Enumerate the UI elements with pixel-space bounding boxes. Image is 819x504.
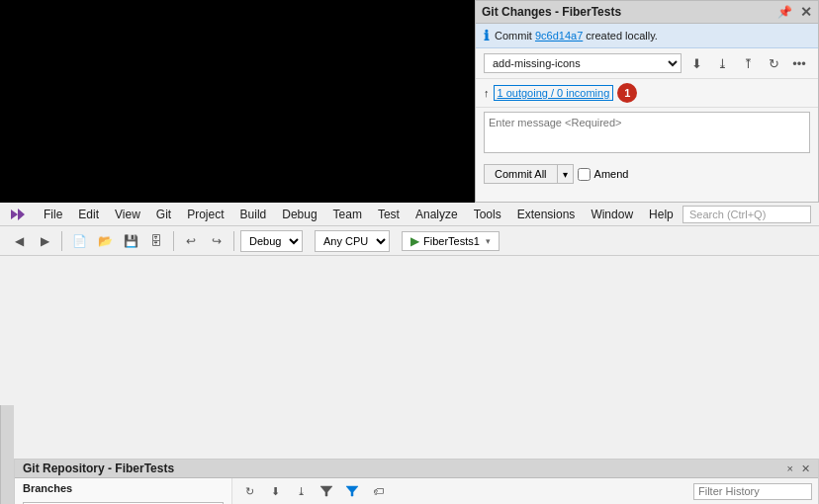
menu-build[interactable]: Build [232, 206, 275, 223]
repo-toolbar: ↻ ⬇ ⤓ 🏷 🔍 [232, 478, 818, 504]
repo-sidebar: Branches 🔍 ▼ ⬡ FiberTests (add-missin...… [15, 478, 232, 504]
menu-analyze[interactable]: Analyze [408, 206, 466, 223]
info-icon: ℹ [484, 28, 489, 43]
info-text: Commit 9c6d14a7 created locally. [495, 30, 658, 42]
git-changes-panel: Git Changes - FiberTests 📌 ✕ ℹ Commit 9c… [475, 0, 819, 203]
menu-debug[interactable]: Debug [274, 206, 324, 223]
repo-content: Branches 🔍 ▼ ⬡ FiberTests (add-missin...… [15, 478, 818, 504]
git-repo-panel: Git Repository - FiberTests × ✕ Branches… [14, 459, 819, 504]
search-box[interactable]: Search (Ctrl+Q) [682, 206, 811, 223]
commit-btn-group: Commit All ▾ [484, 164, 574, 184]
message-area [476, 108, 818, 160]
pin-icon[interactable]: 📌 [777, 5, 792, 19]
amend-checkbox[interactable] [578, 168, 591, 181]
menu-edit[interactable]: Edit [70, 206, 107, 223]
menu-git[interactable]: Git [148, 206, 179, 223]
svg-marker-1 [346, 486, 358, 496]
repo-main: ↻ ⬇ ⤓ 🏷 🔍 [232, 478, 818, 504]
run-button[interactable]: ▶ FiberTests1 ▾ [402, 231, 500, 251]
tb-undo-btn[interactable]: ↩ [180, 230, 202, 252]
menu-project[interactable]: Project [179, 206, 231, 223]
tb-redo-btn[interactable]: ↪ [206, 230, 228, 252]
amend-text: Amend [594, 168, 629, 180]
repo-pull-btn[interactable]: ⤓ [290, 481, 312, 501]
menu-window[interactable]: Window [583, 206, 641, 223]
repo-title-icons: × ✕ [787, 462, 810, 475]
repo-pin-icon[interactable]: × [787, 462, 793, 475]
fetch-icon-btn[interactable]: ⬇ [685, 52, 707, 74]
git-repo-title: Git Repository - FiberTests [23, 462, 174, 475]
panel-toolbar: add-missing-icons ⬇ ⤓ ⤒ ↻ ••• [476, 48, 818, 79]
toolbar-bar: ◀ ▶ 📄 📂 💾 🗄 ↩ ↪ Debug Any CPU ▶ FiberTes… [0, 226, 819, 256]
tb-open-btn[interactable]: 📂 [94, 230, 116, 252]
tb-sep2 [173, 231, 174, 251]
tb-new-btn[interactable]: 📄 [68, 230, 90, 252]
commit-all-button[interactable]: Commit All [485, 165, 557, 183]
push-icon-btn[interactable]: ⤒ [737, 52, 759, 74]
tb-save-btn[interactable]: 💾 [120, 230, 141, 252]
toolbox-tab[interactable]: Toolbox [0, 405, 14, 504]
branches-title: Branches [15, 478, 231, 498]
circle-badge-1: 1 [617, 83, 637, 103]
git-changes-title: Git Changes - FiberTests [482, 5, 621, 19]
tb-sep3 [233, 231, 234, 251]
black-area [0, 0, 475, 203]
run-dropdown[interactable]: ▾ [486, 236, 491, 246]
sync-icon-btn[interactable]: ↻ [763, 52, 784, 74]
svg-marker-0 [320, 486, 332, 496]
filter-history-box: 🔍 [693, 483, 812, 500]
tb-forward-btn[interactable]: ▶ [34, 230, 55, 252]
run-icon: ▶ [410, 234, 419, 248]
commit-text-suffix: created locally. [583, 30, 658, 42]
amend-label[interactable]: Amend [578, 168, 629, 181]
vs-main: File Edit View Git Project Build Debug T… [0, 203, 819, 504]
filter-history-input[interactable] [698, 485, 818, 497]
close-icon[interactable]: ✕ [800, 4, 812, 20]
vs-logo [8, 205, 28, 224]
repo-filter-btn[interactable] [316, 481, 337, 501]
debug-config-select[interactable]: Debug [240, 230, 303, 252]
repo-tag-btn[interactable]: 🏷 [367, 481, 389, 501]
repo-close-icon[interactable]: ✕ [801, 462, 810, 475]
menu-help[interactable]: Help [641, 206, 682, 223]
menu-bar: File Edit View Git Project Build Debug T… [0, 203, 819, 226]
screen: Git Changes - FiberTests 📌 ✕ ℹ Commit 9c… [0, 0, 819, 504]
menu-tools[interactable]: Tools [466, 206, 509, 223]
tb-sep1 [61, 231, 62, 251]
outgoing-bar: ↑ 1 outgoing / 0 incoming 1 [476, 79, 818, 108]
cpu-select[interactable]: Any CPU [315, 230, 390, 252]
menu-extensions[interactable]: Extensions [509, 206, 584, 223]
run-label: FiberTests1 [423, 235, 480, 247]
commit-text-prefix: Commit [495, 30, 535, 42]
menu-test[interactable]: Test [370, 206, 408, 223]
message-input[interactable] [484, 112, 810, 153]
tb-back-btn[interactable]: ◀ [8, 230, 30, 252]
pull-icon-btn[interactable]: ⤓ [711, 52, 733, 74]
menu-team[interactable]: Team [325, 206, 370, 223]
commit-bar: Commit All ▾ Amend [476, 160, 818, 188]
tb-saveall-btn[interactable]: 🗄 [145, 230, 167, 252]
panel-title-icons: 📌 ✕ [777, 4, 812, 20]
more-icon-btn[interactable]: ••• [788, 52, 810, 74]
commit-dropdown-button[interactable]: ▾ [557, 165, 573, 183]
repo-refresh-btn[interactable]: ↻ [238, 481, 260, 501]
repo-filter-active-btn[interactable] [341, 481, 363, 501]
git-changes-titlebar: Git Changes - FiberTests 📌 ✕ [476, 1, 818, 24]
repo-fetch-btn[interactable]: ⬇ [264, 481, 286, 501]
menu-file[interactable]: File [36, 206, 70, 223]
outgoing-link[interactable]: 1 outgoing / 0 incoming [494, 85, 614, 101]
git-repo-titlebar: Git Repository - FiberTests × ✕ [15, 460, 818, 478]
info-bar: ℹ Commit 9c6d14a7 created locally. [476, 24, 818, 48]
branch-select[interactable]: add-missing-icons [484, 53, 682, 73]
branch-indicator: ↑ [484, 87, 490, 99]
commit-link[interactable]: 9c6d14a7 [535, 30, 583, 42]
menu-view[interactable]: View [107, 206, 148, 223]
